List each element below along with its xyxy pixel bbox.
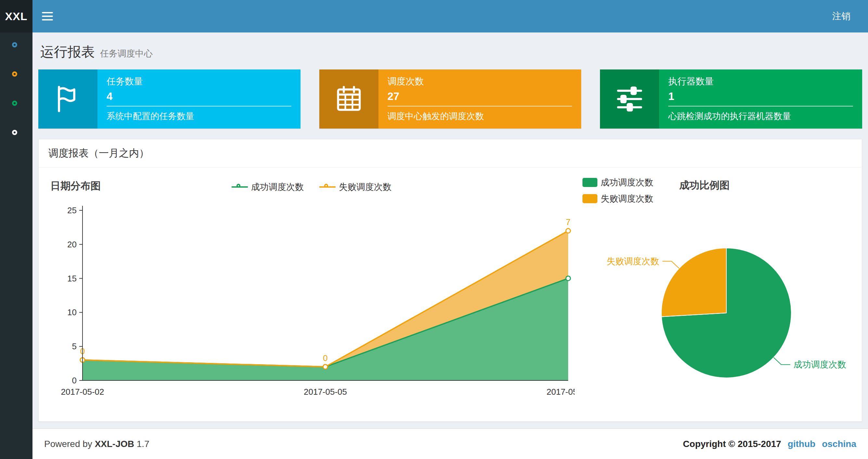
info-box-title: 执行器数量 [668, 75, 853, 88]
sidebar-item-3[interactable] [12, 101, 21, 109]
svg-text:7: 7 [566, 217, 570, 227]
svg-text:5: 5 [72, 341, 77, 351]
info-box-icon-area [319, 69, 378, 129]
divider [388, 106, 572, 106]
success-ratio-chart: 成功调度次数失败调度次数 成功比例图 成功调度次数失败调度次数 [575, 174, 852, 412]
legend-label: 成功调度次数 [601, 176, 653, 188]
info-box-content: 任务数量 4 系统中配置的任务数量 [97, 69, 301, 129]
info-box-value: 1 [668, 90, 853, 103]
pie-slice-label: 失败调度次数 [607, 257, 659, 266]
page-footer: Powered by XXL-JOB 1.7 Copyright © 2015-… [32, 428, 868, 459]
product-version: 1.7 [137, 439, 149, 449]
circle-icon [12, 101, 17, 106]
legend-item[interactable]: 成功调度次数 [583, 176, 653, 188]
divider [106, 106, 291, 106]
info-box-content: 调度次数 27 调度中心触发的调度次数 [378, 69, 582, 129]
product-name: XXL-JOB [95, 439, 134, 449]
page-title: 运行报表 [40, 43, 95, 61]
svg-text:10: 10 [67, 307, 77, 317]
legend-line-icon [231, 185, 248, 189]
content-area: 运行报表 任务调度中心 任务数量 4 系统中配置的任务数量 [32, 32, 868, 428]
oschina-link[interactable]: oschina [822, 439, 856, 449]
info-box-description: 心跳检测成功的执行器机器数量 [668, 110, 853, 122]
info-box-icon-area [600, 69, 659, 129]
divider [668, 106, 853, 106]
info-box-jobs: 任务数量 4 系统中配置的任务数量 [38, 69, 301, 129]
sliders-icon [614, 84, 645, 114]
footer-right: Copyright © 2015-2017 github oschina [683, 439, 856, 449]
app-logo: XXL [0, 0, 32, 32]
sidebar-item-4[interactable] [12, 130, 21, 138]
svg-text:20: 20 [67, 239, 77, 249]
info-box-executors: 执行器数量 1 心跳检测成功的执行器机器数量 [600, 69, 862, 129]
info-box-triggers: 调度次数 27 调度中心触发的调度次数 [319, 69, 582, 129]
logout-button[interactable]: 注销 [828, 7, 855, 25]
panel-title: 调度报表（一月之内） [39, 139, 862, 167]
panel-body: 日期分布图 成功调度次数失败调度次数 00705101520252017-05-… [39, 167, 862, 421]
svg-text:2017-05-02: 2017-05-02 [61, 387, 104, 397]
powered-by: Powered by XXL-JOB 1.7 [44, 439, 149, 449]
sidebar-item-1[interactable] [12, 42, 21, 51]
svg-text:0: 0 [72, 375, 77, 385]
circle-icon [12, 71, 17, 76]
svg-text:2017-05-05: 2017-05-05 [304, 387, 347, 397]
legend-swatch-icon [583, 178, 597, 187]
info-box-row: 任务数量 4 系统中配置的任务数量 调度次数 27 调度中心 [38, 69, 862, 129]
copyright-text: Copyright © 2015-2017 [683, 439, 781, 449]
hamburger-icon [42, 19, 53, 21]
hamburger-icon [42, 15, 53, 17]
pie-slice-label: 成功调度次数 [794, 360, 846, 369]
info-box-content: 执行器数量 1 心跳检测成功的执行器机器数量 [659, 69, 862, 129]
info-box-icon-area [38, 69, 97, 129]
calendar-icon [334, 84, 364, 114]
info-box-value: 4 [106, 90, 291, 103]
sidebar-item-2[interactable] [12, 71, 21, 80]
svg-text:25: 25 [67, 205, 77, 215]
hamburger-icon [42, 12, 53, 13]
pie-chart-svg: 成功调度次数失败调度次数 [575, 197, 857, 412]
info-box-title: 任务数量 [106, 75, 291, 88]
report-panel: 调度报表（一月之内） 日期分布图 成功调度次数失败调度次数 0070510152… [38, 139, 862, 422]
info-box-title: 调度次数 [388, 75, 572, 88]
powered-prefix: Powered by [44, 439, 92, 449]
sidebar-toggle-button[interactable] [32, 0, 62, 32]
pie-slice[interactable] [661, 248, 726, 317]
github-link[interactable]: github [788, 439, 816, 449]
line-chart-svg: 00705101520252017-05-022017-05-052017-05… [49, 191, 575, 412]
collapsed-sidebar [0, 32, 32, 459]
svg-text:2017-05-08: 2017-05-08 [547, 387, 575, 397]
info-box-description: 系统中配置的任务数量 [106, 110, 291, 122]
date-distribution-chart: 日期分布图 成功调度次数失败调度次数 00705101520252017-05-… [49, 174, 575, 412]
svg-text:0: 0 [323, 353, 328, 363]
info-box-description: 调度中心触发的调度次数 [388, 110, 572, 122]
pie-chart-title: 成功比例图 [679, 178, 730, 192]
legend-line-icon [319, 185, 336, 189]
info-box-value: 27 [388, 90, 572, 103]
circle-icon [12, 130, 17, 135]
navbar: 注销 [32, 0, 868, 32]
flag-icon [53, 84, 83, 114]
top-navbar: XXL 注销 [0, 0, 868, 32]
circle-icon [12, 42, 17, 47]
svg-text:15: 15 [67, 274, 77, 284]
page-header: 运行报表 任务调度中心 [38, 41, 863, 69]
page-subtitle: 任务调度中心 [100, 48, 153, 59]
